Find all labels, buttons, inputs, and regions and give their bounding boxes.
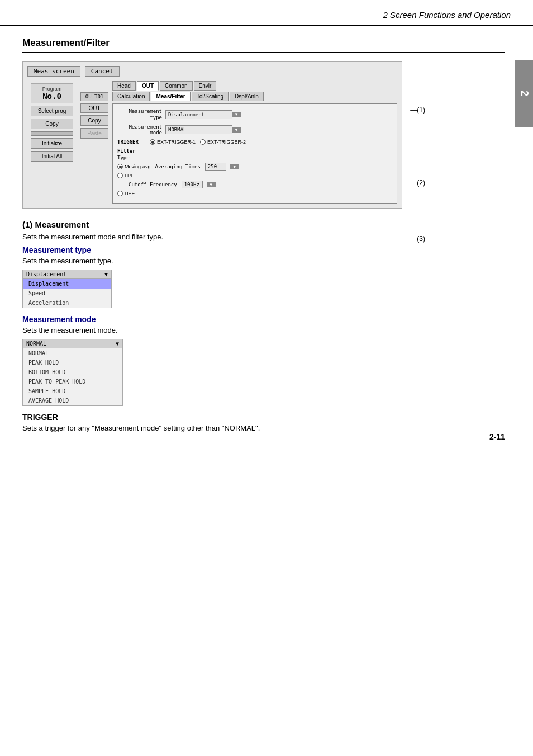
mode-dropdown-arrow-icon: ▼	[116, 341, 119, 347]
mode-item-bottom-hold: BOTTOM HOLD	[23, 367, 122, 377]
trigger-radio-1[interactable]	[150, 139, 155, 145]
chapter-tab: 2	[515, 60, 533, 127]
dropdown-item-speed: Speed	[23, 289, 111, 298]
meas-type-arrow[interactable]: ▼	[232, 112, 241, 117]
trigger-radio-2[interactable]	[200, 139, 206, 145]
cutoff-arrow[interactable]: ▼	[207, 182, 216, 187]
meas-type-text: Sets the measurement type.	[22, 257, 505, 265]
initialize-button[interactable]: Initialize	[31, 138, 73, 149]
callout-3: —(3)	[410, 235, 425, 243]
mode-item-peak-hold: PEAK HOLD	[23, 358, 122, 367]
screenshot-panel: Meas screen Cancel Program No.0 Select p…	[22, 61, 402, 209]
trigger-option-1: EXT-TRIGGER-1	[157, 139, 196, 145]
trigger-label: TRIGGER	[117, 139, 145, 145]
filter-lpf-label: LPF	[125, 173, 134, 178]
cutoff-freq-label: Cutoff Frequency	[129, 182, 177, 187]
dropdown-header-label: Displacement	[26, 271, 66, 277]
trigger-heading: TRIGGER	[22, 413, 505, 422]
meas-type-heading: Measurement type	[22, 245, 505, 254]
filter-lpf-radio[interactable]	[117, 173, 123, 178]
page-header-title: 2 Screen Functions and Operation	[383, 10, 511, 20]
page-number: 2-11	[489, 432, 505, 441]
section1-text: Sets the measurement mode and filter typ…	[22, 233, 505, 241]
tab-out[interactable]: OUT	[137, 81, 159, 91]
blank-button	[31, 131, 73, 136]
section-1-measurement: (1) Measurement Sets the measurement mod…	[22, 220, 505, 432]
averaging-times-value[interactable]: 250	[205, 163, 226, 171]
mode-item-normal: NORMAL	[23, 348, 122, 358]
tab-tol-scaling[interactable]: Tol/Scaling	[192, 92, 229, 101]
cutoff-freq-value[interactable]: 100Hz	[182, 181, 203, 188]
section1-heading: (1) Measurement	[22, 220, 505, 229]
filter-moving-avg-label: Moving-avg	[125, 164, 151, 169]
paste-button[interactable]: Paste	[80, 128, 108, 139]
dropdown-arrow-icon: ▼	[104, 271, 108, 277]
out-tabs-display: OU T01	[80, 92, 108, 101]
filter-type-label: Type	[117, 155, 392, 160]
meas-mode-dropdown-illus: NORMAL ▼ NORMAL PEAK HOLD BOTTOM HOLD PE…	[22, 339, 123, 406]
filter-label: Filter	[117, 148, 392, 154]
program-number: No.0	[32, 92, 72, 101]
trigger-text: Sets a trigger for any "Measurement mode…	[22, 424, 505, 432]
meas-type-dropdown-illus: Displacement ▼ Displacement Speed Accele…	[22, 270, 112, 308]
filter-hpf-radio[interactable]	[117, 191, 123, 196]
mode-item-sample-hold: SAMPLE HOLD	[23, 386, 122, 396]
meas-type-label: Measurementtype	[117, 108, 162, 121]
meas-mode-arrow[interactable]: ▼	[232, 127, 241, 133]
meas-mode-text: Sets the measurement mode.	[22, 326, 505, 334]
meas-mode-label: Measurementmode	[117, 124, 162, 136]
out-label: OUT	[80, 103, 108, 113]
copy-middle-button[interactable]: Copy	[80, 115, 108, 126]
program-box: Program No.0	[31, 83, 73, 103]
mode-item-peak-to-peak: PEAK-TO-PEAK HOLD	[23, 377, 122, 386]
cancel-button[interactable]: Cancel	[85, 66, 120, 77]
tab-envir[interactable]: Envir	[194, 81, 217, 91]
meas-screen-button[interactable]: Meas screen	[27, 66, 80, 77]
meas-mode-select[interactable]: NORMAL	[165, 125, 232, 134]
tab-head[interactable]: Head	[112, 81, 136, 91]
filter-moving-avg-radio[interactable]	[117, 164, 123, 169]
callout-2: —(2)	[410, 179, 425, 187]
callout-1: —(1)	[410, 106, 425, 114]
trigger-option-2: EXT-TRIGGER-2	[207, 139, 246, 145]
dropdown-item-acceleration: Acceleration	[23, 298, 111, 308]
tab-calculation[interactable]: Calculation	[112, 92, 150, 101]
select-prog-button[interactable]: Select prog	[31, 106, 73, 116]
section-title: Measurement/Filter	[22, 37, 505, 53]
tab-meas-filter[interactable]: Meas/Filter	[151, 92, 190, 101]
initial-all-button[interactable]: Initial All	[31, 151, 73, 162]
averaging-arrow[interactable]: ▼	[230, 164, 239, 169]
averaging-times-label: Averaging Times	[155, 164, 201, 169]
filter-hpf-label: HPF	[125, 191, 135, 196]
mode-item-average-hold: AVERAGE HOLD	[23, 396, 122, 405]
program-label: Program	[32, 86, 72, 92]
tab-common[interactable]: Common	[160, 81, 193, 91]
content-box: Measurementtype Displacement ▼ Measureme…	[112, 103, 397, 204]
dropdown-item-displacement: Displacement	[23, 279, 111, 289]
meas-mode-heading: Measurement mode	[22, 315, 505, 324]
mode-dropdown-header-label: NORMAL	[26, 341, 46, 347]
meas-type-select[interactable]: Displacement	[165, 110, 232, 119]
tab-dspl-anln[interactable]: Dspl/Anln	[230, 92, 264, 101]
copy-left-button[interactable]: Copy	[31, 119, 73, 129]
